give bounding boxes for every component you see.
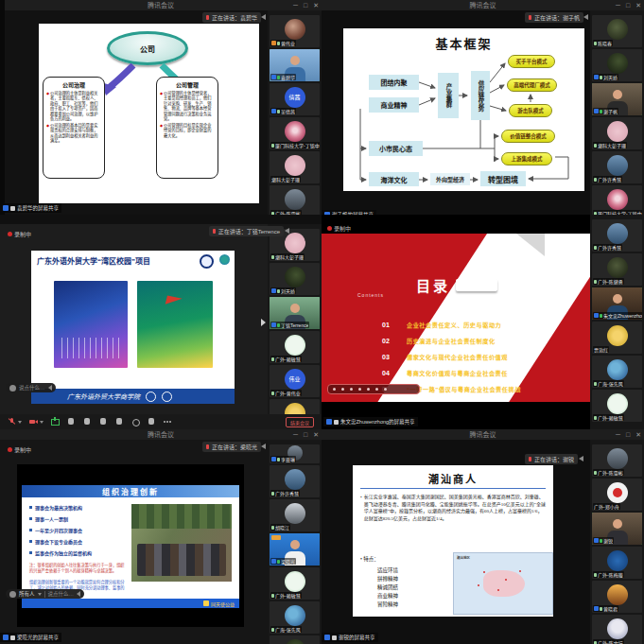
share-label: 袁碧华的屏幕共享 bbox=[17, 204, 59, 212]
mute-button[interactable] bbox=[8, 417, 16, 426]
collapse-icon[interactable] bbox=[48, 385, 52, 391]
participant-tile[interactable]: 厦门科技大学-丁铭中 bbox=[270, 117, 320, 149]
mic-icon bbox=[271, 255, 274, 259]
collapse-icon[interactable] bbox=[77, 591, 80, 597]
participant-tile[interactable]: 谢子帆 bbox=[592, 83, 642, 115]
close-button[interactable]: ✕ bbox=[635, 429, 641, 440]
host-badge-icon bbox=[271, 322, 276, 327]
participant-name: 潮科大彭子珊 bbox=[275, 253, 304, 260]
settings-button[interactable] bbox=[148, 417, 156, 426]
camera-options-caret-icon[interactable] bbox=[40, 421, 44, 424]
participant-tile[interactable]: 倩茜吴倩茜 bbox=[270, 83, 320, 115]
participant-tile[interactable]: 潮科-贾治红 bbox=[270, 399, 320, 414]
university-logo-icon bbox=[200, 254, 214, 269]
participant-tile[interactable]: 厦门科技大学-丁铭中 bbox=[592, 185, 642, 215]
minimize-button[interactable]: ─ bbox=[616, 0, 620, 10]
trait: 拼搏精神 bbox=[377, 575, 398, 583]
chat-quick-bar[interactable]: 说点什么… bbox=[6, 383, 56, 392]
chat-placeholder[interactable]: 说点什么… bbox=[48, 590, 75, 598]
participant-tile-partial[interactable] bbox=[270, 635, 320, 644]
maximize-button[interactable]: □ bbox=[304, 0, 307, 10]
security-button[interactable] bbox=[67, 417, 76, 426]
end-meeting-button[interactable]: 结束会议 bbox=[286, 417, 314, 427]
speaker-volume-icon bbox=[583, 14, 588, 20]
close-button[interactable]: ✕ bbox=[635, 0, 641, 10]
mic-icon bbox=[529, 457, 531, 461]
participant-sidebar[interactable]: 潮科大彭子珊 刘天娇 丁铭Terrence 广外-赖敏慧 伟业广外-曾伟业 潮科… bbox=[268, 224, 322, 414]
participant-sidebar[interactable]: 广外-陈雪彬 广外-郑小舟 谢锐 广外-陈梅璇 曾晓君 广外-陈文坛 bbox=[590, 440, 644, 644]
participant-tile[interactable]: 朱文忠Zhuwenzhong bbox=[592, 287, 642, 320]
participant-tile[interactable]: 广外-赖敏慧 bbox=[270, 567, 320, 600]
participant-sidebar[interactable]: 曾伟业 袁碧华 倩茜吴倩茜 厦门科技大学-丁铭中 潮科大彭子珊 广外-陈雪彬 bbox=[268, 10, 322, 215]
chat-recipient[interactable]: 所有人 bbox=[19, 590, 35, 598]
toc-item: 02历史演进与企业社会责任制度化 bbox=[382, 337, 521, 345]
participant-tile[interactable]: 胡晓江 bbox=[270, 499, 320, 531]
participant-tile[interactable]: 广外-赖敏慧 bbox=[270, 331, 320, 363]
participant-sidebar[interactable]: 李曼琳 广外许秀慧 胡晓江 梁晓光 广外-赖敏慧 广海-张先风 bbox=[268, 440, 322, 644]
members-button[interactable] bbox=[99, 417, 108, 426]
avatar bbox=[607, 618, 628, 639]
close-button[interactable]: ✕ bbox=[313, 0, 319, 10]
participant-tile[interactable]: 广海-张先风 bbox=[270, 601, 320, 634]
participant-tile[interactable]: 广海-张先风 bbox=[592, 356, 642, 388]
participant-tile[interactable]: 谢锐 bbox=[592, 513, 642, 545]
record-button[interactable] bbox=[131, 417, 140, 426]
participant-sidebar[interactable]: 广外许秀慧 广外-陈健勇 朱文忠Zhuwenzhong 贾治红 广海-张先风 广… bbox=[590, 215, 644, 429]
chat-input-bar[interactable]: 所有人说点什么… bbox=[6, 589, 84, 599]
maximize-button[interactable]: □ bbox=[304, 429, 307, 440]
participant-tile[interactable]: 广外许秀慧 bbox=[592, 219, 642, 252]
participant-sidebar[interactable]: 陈晓春 刘天娇 谢子帆 潮科大彭子珊 广外许秀慧 厦门科技大学-丁铭中 bbox=[590, 10, 644, 215]
host-badge-icon bbox=[271, 457, 276, 461]
meeting-window-4: 录制中 Contents 目录 01企业社会责任定义、历史与驱动力 02历史演进… bbox=[322, 215, 644, 429]
participant-tile[interactable]: 广外许秀慧 bbox=[592, 151, 642, 183]
participant-tile[interactable]: 曾晓君 bbox=[592, 581, 642, 613]
screen-share-button[interactable] bbox=[51, 417, 60, 426]
sidebar-collapse-chevron-icon[interactable] bbox=[261, 319, 266, 326]
participant-tile[interactable]: 刘天娇 bbox=[270, 263, 320, 295]
minimize-button[interactable]: ─ bbox=[293, 429, 298, 440]
participant-tile[interactable]: 贾治红 bbox=[592, 322, 642, 354]
participant-tile[interactable]: 广外-陈雪彬 bbox=[270, 185, 320, 215]
participant-tile[interactable]: 袁碧华 bbox=[270, 49, 320, 81]
divider bbox=[44, 591, 45, 598]
participant-name: 广外-陈文坛 bbox=[598, 639, 623, 644]
chat-placeholder[interactable]: 说点什么… bbox=[19, 384, 45, 392]
maximize-button[interactable]: □ bbox=[626, 429, 630, 440]
close-button[interactable]: ✕ bbox=[313, 429, 319, 440]
participant-tile[interactable]: 刘天娇 bbox=[592, 49, 642, 81]
mic-icon bbox=[600, 607, 602, 611]
annotation-toolbar[interactable] bbox=[327, 384, 420, 394]
maximize-button[interactable]: □ bbox=[626, 0, 630, 10]
participant-tile[interactable]: 伟业广外-曾伟业 bbox=[270, 365, 320, 397]
participant-tile[interactable]: 广外-陈文坛 bbox=[592, 615, 642, 644]
chat-button[interactable] bbox=[115, 417, 124, 426]
participant-tile[interactable]: 广外-陈雪彬 bbox=[592, 444, 642, 477]
invite-button[interactable] bbox=[83, 417, 92, 426]
slide-chaoshan-merchants: 潮汕商人 •长江实业李嘉诚、泰国正大集团谢国民、国美集团黄光裕、香港富商林百欣、… bbox=[353, 465, 553, 617]
more-button[interactable] bbox=[164, 417, 172, 426]
participant-tile[interactable]: 广外-赖敏慧 bbox=[592, 390, 642, 422]
chaoshan-map: 潮汕地区 bbox=[453, 552, 553, 615]
camera-button[interactable] bbox=[29, 417, 38, 426]
minimize-button[interactable]: ─ bbox=[293, 0, 298, 10]
participant-tile[interactable]: 陈晓春 bbox=[592, 15, 642, 47]
participant-tile[interactable]: 丁铭Terrence bbox=[270, 297, 320, 329]
participant-tile[interactable]: 广外-陈梅璇 bbox=[592, 547, 642, 579]
meeting-montage: 腾讯会议 ─ □ ✕ 正在讲话：袁碧华 公司 公司治理 ◆公司治理的主体是利益相… bbox=[0, 0, 644, 644]
participant-tile[interactable]: 潮科大彭子珊 bbox=[592, 117, 642, 149]
avatar bbox=[607, 584, 628, 605]
mic-icon bbox=[206, 15, 209, 20]
participant-tile[interactable]: 梁晓光 bbox=[270, 533, 320, 566]
minimize-button[interactable]: ─ bbox=[616, 429, 620, 440]
participant-tile[interactable]: 曾伟业 bbox=[270, 15, 320, 47]
recipient-caret-icon[interactable] bbox=[38, 593, 42, 596]
participant-tile[interactable]: 广外-陈健勇 bbox=[592, 253, 642, 286]
mic-options-caret-icon[interactable] bbox=[18, 421, 22, 424]
participant-name: 广外许秀慧 bbox=[275, 490, 299, 496]
participant-tile[interactable]: 广外许秀慧 bbox=[270, 465, 320, 497]
participant-name: 李曼琳 bbox=[281, 456, 295, 462]
participant-tile[interactable]: 潮科大彭子珊 bbox=[270, 151, 320, 183]
title-highlight-box bbox=[456, 279, 497, 291]
participant-tile[interactable]: 广外-郑小舟 bbox=[592, 479, 642, 511]
participant-tile[interactable]: 李曼琳 bbox=[270, 444, 320, 463]
